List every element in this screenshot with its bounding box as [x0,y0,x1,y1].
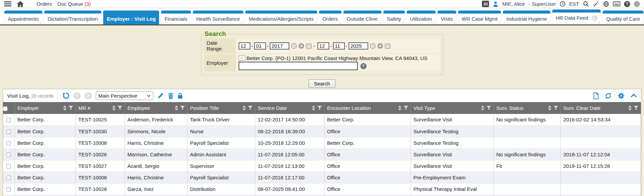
date-to-month-input[interactable] [317,42,329,50]
row-checkbox[interactable] [6,153,11,157]
filter-icon[interactable] [68,105,73,111]
tab-employer-visit-log[interactable]: Employer : Visit Log [103,11,159,24]
tab-label: Safety [387,16,401,22]
date-range-row: - - - - - [236,38,440,53]
row-checkbox[interactable] [6,187,11,192]
col-employer[interactable]: Employer [15,102,75,114]
employer-search-input[interactable] [239,62,358,70]
prev-page-button[interactable] [73,92,81,99]
cell-employer: Better Corp. [15,114,75,125]
row-checkbox[interactable] [6,164,11,169]
tab-label: Medications/Allergies/Scripts [249,16,314,22]
col-surv-clear-date[interactable]: Surv. Clear Date [560,102,641,114]
date-from-year-input[interactable] [270,42,289,50]
collapse-employer-button[interactable]: − [239,56,245,61]
user-role: - SuperUser [529,1,556,7]
date-from-day-input[interactable] [254,42,266,50]
time-picker-icon[interactable] [291,43,297,49]
tab-label: WR Case Mgmt [462,16,497,22]
tab-dictation-transcription[interactable]: Dictation/Transcription [44,11,102,24]
new-document-icon[interactable] [593,92,599,99]
select-all-checkbox[interactable] [3,106,7,111]
tab-industrial-hygiene[interactable]: Industrial Hygiene [503,11,551,24]
hamburger-menu-icon[interactable] [4,1,12,6]
calendar-icon[interactable] [385,43,391,49]
cell-surv-status [493,183,560,195]
employer-help-icon[interactable]: ? [360,63,367,69]
settings-gear-icon[interactable] [618,92,625,99]
row-checkbox[interactable] [6,176,11,180]
tab-label: Quality of Care [606,16,640,22]
tab-utilization[interactable]: Utilization [406,11,436,24]
lock-icon[interactable] [178,93,183,99]
tab-orders[interactable]: Orders [319,11,342,24]
filter-icon[interactable] [248,105,253,111]
filter-icon[interactable] [180,105,185,111]
date-to-year-input[interactable] [349,42,368,50]
tab-label: Appointments [8,16,39,22]
col-service-date[interactable]: Service Date [255,102,324,114]
col-encounter-location[interactable]: Encounter Location [324,102,410,114]
doc-queue-link[interactable]: Doc Queue (3) [58,1,91,7]
selected-employer-text: Better Corp. (PO-1) 12001 Pacific Coast … [247,55,427,61]
search-icon[interactable] [583,1,589,7]
tab-financials[interactable]: Financials [161,11,191,24]
help-icon[interactable]: ? [624,1,630,7]
clear-date-icon[interactable] [298,43,304,49]
globe-icon[interactable] [603,1,609,7]
tab-health-surveillance[interactable]: Health Surveillance [193,11,244,24]
home-icon[interactable] [17,1,24,7]
clear-date-icon[interactable] [377,43,383,49]
col-position-title[interactable]: Position Title [187,102,255,114]
filter-icon[interactable] [317,105,322,111]
filter-icon[interactable] [553,105,558,111]
tab-medications-allergies-scripts[interactable]: Medications/Allergies/Scripts [245,11,317,24]
undo-icon[interactable] [62,92,69,99]
tab-outside-clinic[interactable]: Outside Clinic [343,11,382,24]
col-mr-number[interactable]: MR # [75,102,125,114]
col-employee[interactable]: Employee [125,102,187,114]
edit-pencil-icon[interactable] [157,93,164,99]
row-checkbox[interactable] [6,141,11,145]
tab-hr-data-feed[interactable]: HR Data Feed [552,9,601,24]
perspective-select[interactable]: Main Perspective [96,91,153,100]
sort-icon [112,105,116,111]
user-icon[interactable] [493,1,498,7]
sort-icon [548,105,552,111]
col-surv-status[interactable]: Surv. Status [493,102,560,114]
date-from-month-input[interactable] [239,42,250,50]
cell-encounter-location: Better Corp. [324,114,410,125]
filter-icon[interactable] [403,105,408,111]
row-checkbox[interactable] [6,118,11,122]
tab-safety[interactable]: Safety [383,11,405,24]
ai-badge[interactable]: AI [482,1,489,7]
cell-employer: Better Corp. [15,183,75,195]
filter-icon[interactable] [486,105,491,111]
cell-surv-clear-date: 2016-02-02 14:53:34 [560,114,641,125]
search-button[interactable]: Search [309,79,336,88]
orders-link[interactable]: Orders [37,1,52,7]
header-row: Employer MR # Employee Position Title Se… [3,102,641,114]
user-name[interactable]: MIE, Alice [502,1,525,7]
keyboard-icon[interactable] [613,1,620,6]
tab-visits[interactable]: Visits [437,11,457,24]
cell-surv-status [493,125,560,137]
magic-wand-icon[interactable] [593,1,599,7]
delete-trash-icon[interactable] [168,93,174,99]
clock-icon[interactable] [560,1,565,7]
refresh-icon[interactable] [605,92,612,99]
filter-icon[interactable] [117,105,123,111]
tab-quality-of-care[interactable]: Quality of Care [602,11,644,24]
tab-appointments[interactable]: Appointments [4,11,43,24]
tab-wr-case-mgmt[interactable]: WR Case Mgmt [458,11,501,24]
row-checkbox[interactable] [6,130,11,134]
next-page-button[interactable] [85,92,92,99]
calendar-icon[interactable] [306,43,312,49]
col-visit-type[interactable]: Visit Type [410,102,493,114]
date-to-day-input[interactable] [333,42,345,50]
collapse-panel-icon[interactable] [630,94,637,98]
cell-employer: Better Corp. [15,160,75,172]
filter-icon[interactable] [634,105,639,111]
time-picker-icon[interactable] [370,43,376,49]
cell-visit-type: Pre-Employment Exam [410,172,493,183]
